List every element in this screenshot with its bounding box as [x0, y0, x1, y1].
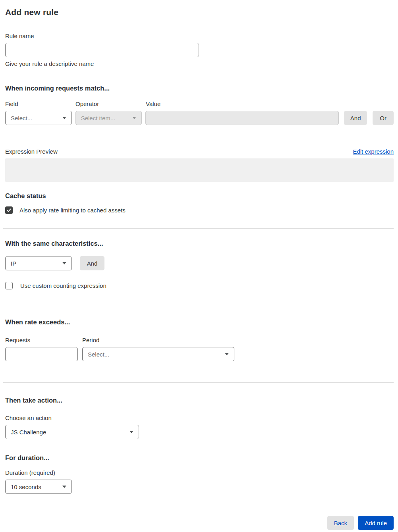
- cache-checkbox-row: Also apply rate limiting to cached asset…: [5, 206, 394, 214]
- characteristics-controls-row: IP And: [5, 256, 394, 270]
- rule-name-helper: Give your rule a descriptive name: [5, 60, 394, 67]
- cache-status-heading: Cache status: [5, 192, 394, 200]
- add-rule-form: Add new rule Rule name Give your rule a …: [0, 0, 398, 530]
- chevron-down-icon: [132, 117, 136, 119]
- footer-actions: Back Add rule: [5, 516, 394, 530]
- section-divider: [3, 382, 394, 383]
- match-labels-row: Field Operator Value: [5, 100, 394, 107]
- requests-label: Requests: [5, 337, 82, 343]
- duration-select-value: 10 seconds: [11, 484, 41, 490]
- and-button[interactable]: And: [344, 111, 367, 125]
- characteristics-select[interactable]: IP: [5, 256, 72, 270]
- characteristics-and-button[interactable]: And: [80, 256, 104, 270]
- period-label: Period: [82, 337, 99, 343]
- chevron-down-icon: [225, 353, 229, 355]
- custom-counting-checkbox[interactable]: [5, 282, 13, 289]
- characteristics-select-value: IP: [11, 260, 16, 267]
- requests-input[interactable]: [5, 347, 78, 361]
- field-select[interactable]: Select...: [5, 111, 72, 125]
- value-input: [145, 111, 339, 125]
- choose-action-label: Choose an action: [5, 414, 394, 421]
- chevron-down-icon: [62, 486, 66, 488]
- cached-assets-checkbox-label: Also apply rate limiting to cached asset…: [19, 207, 126, 214]
- chevron-down-icon: [62, 262, 66, 264]
- period-select-value: Select...: [88, 351, 109, 358]
- checkmark-icon: [6, 208, 12, 213]
- duration-select[interactable]: 10 seconds: [5, 480, 72, 494]
- field-label: Field: [5, 100, 75, 107]
- rate-controls-row: Select...: [5, 347, 394, 361]
- or-button[interactable]: Or: [373, 111, 394, 125]
- section-divider: [3, 304, 394, 304]
- chevron-down-icon: [62, 117, 66, 119]
- match-controls-row: Select... Select item... And Or: [5, 111, 394, 125]
- cached-assets-checkbox[interactable]: [5, 206, 13, 214]
- counting-checkbox-row: Use custom counting expression: [5, 282, 394, 289]
- field-select-value: Select...: [11, 115, 32, 121]
- action-heading: Then take action...: [5, 397, 394, 404]
- duration-label: Duration (required): [5, 469, 394, 476]
- page-title: Add new rule: [5, 0, 394, 17]
- section-divider: [3, 228, 394, 229]
- characteristics-heading: With the same characteristics...: [5, 240, 394, 247]
- edit-expression-link[interactable]: Edit expression: [353, 148, 394, 155]
- expression-preview-label: Expression Preview: [5, 148, 58, 155]
- expression-header: Expression Preview Edit expression: [5, 148, 394, 155]
- rate-heading: When rate exceeds...: [5, 318, 394, 326]
- custom-counting-checkbox-label: Use custom counting expression: [20, 282, 106, 289]
- match-section-heading: When incoming requests match...: [5, 85, 394, 92]
- operator-select: Select item...: [75, 111, 142, 125]
- operator-label: Operator: [75, 100, 146, 107]
- action-select[interactable]: JS Challenge: [5, 425, 139, 439]
- value-label: Value: [146, 100, 160, 107]
- rule-name-label: Rule name: [5, 33, 394, 39]
- action-select-value: JS Challenge: [11, 429, 46, 436]
- add-rule-button[interactable]: Add rule: [358, 516, 394, 530]
- expression-preview-box: [5, 158, 394, 182]
- back-button[interactable]: Back: [327, 516, 354, 530]
- rate-labels-row: Requests Period: [5, 337, 394, 343]
- period-select[interactable]: Select...: [82, 347, 234, 361]
- operator-select-value: Select item...: [81, 115, 116, 121]
- section-divider: [3, 508, 394, 508]
- chevron-down-icon: [129, 431, 133, 433]
- rule-name-input[interactable]: [5, 43, 199, 57]
- duration-heading: For duration...: [5, 454, 394, 462]
